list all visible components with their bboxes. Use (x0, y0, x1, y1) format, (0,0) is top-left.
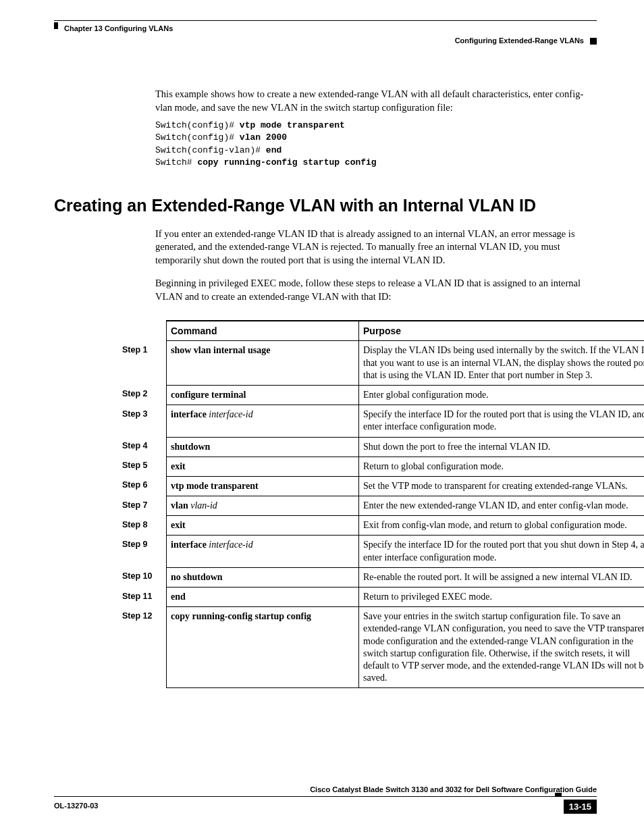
command-cell: exit (167, 516, 359, 536)
table-row: Step 9interface interface-idSpecify the … (118, 536, 644, 567)
steps-table: Command Purpose Step 1show vlan internal… (118, 320, 644, 688)
table-row: Step 11endReturn to privileged EXEC mode… (118, 588, 644, 607)
purpose-cell: Return to global configuration mode. (359, 457, 645, 476)
purpose-cell: Display the VLAN IDs being used internal… (359, 341, 645, 386)
footer-doc-number: OL-13270-03 (54, 802, 98, 810)
footer-guide-title: Cisco Catalyst Blade Switch 3130 and 303… (310, 785, 597, 793)
purpose-cell: Enter global configuration mode. (359, 385, 645, 405)
document-page: Chapter 13 Configuring VLANs Configuring… (0, 0, 644, 834)
purpose-cell: Exit from config-vlan mode, and return t… (359, 516, 645, 536)
purpose-cell: Save your entries in the switch startup … (359, 607, 645, 688)
step-label: Step 4 (118, 437, 167, 457)
code-cmd: end (266, 145, 281, 155)
command-cell: no shutdown (167, 567, 359, 587)
table-row: Step 5exitReturn to global configuration… (118, 457, 644, 476)
step-label: Step 11 (118, 588, 167, 607)
command-cell: vlan vlan-id (167, 496, 359, 516)
command-cell: interface interface-id (167, 405, 359, 437)
command-cell: show vlan internal usage (167, 341, 359, 386)
table-row: Step 1show vlan internal usageDisplay th… (118, 341, 644, 386)
footer-rule (54, 796, 597, 797)
purpose-cell: Set the VTP mode to transparent for crea… (359, 476, 645, 496)
header-rule (54, 20, 597, 21)
command-italic: interface-id (207, 540, 253, 550)
section-paragraph-2: Beginning in privileged EXEC mode, follo… (155, 277, 597, 303)
header-section: Configuring Extended-Range VLANs (455, 36, 597, 45)
command-bold: copy running-config startup config (171, 611, 311, 621)
command-cell: copy running-config startup config (167, 607, 359, 688)
section-paragraph-1: If you enter an extended-range VLAN ID t… (155, 228, 597, 267)
code-prompt: Switch(config-vlan)# (155, 145, 266, 155)
step-label: Step 3 (118, 405, 167, 437)
table-row: Step 12copy running-config startup confi… (118, 607, 644, 688)
table-row: Step 7vlan vlan-idEnter the new extended… (118, 496, 644, 516)
purpose-cell: Specify the interface ID for the routed … (359, 405, 645, 437)
table-row: Step 2configure terminalEnter global con… (118, 385, 644, 405)
command-bold: exit (171, 461, 186, 471)
header-section-marker (590, 38, 597, 45)
command-cell: interface interface-id (167, 536, 359, 567)
step-label: Step 8 (118, 516, 167, 536)
command-bold: no shutdown (171, 572, 223, 582)
intro-paragraph: This example shows how to create a new e… (155, 88, 597, 114)
command-italic: interface-id (207, 409, 253, 419)
code-prompt: Switch(config)# (155, 132, 240, 142)
step-label: Step 6 (118, 476, 167, 496)
command-cell: shutdown (167, 437, 359, 457)
header-marker (54, 22, 58, 29)
table-row: Step 6vtp mode transparentSet the VTP mo… (118, 476, 644, 496)
table-header-row: Command Purpose (118, 321, 644, 341)
table-row: Step 4shutdownShut down the port to free… (118, 437, 644, 457)
command-bold: shutdown (171, 442, 210, 452)
purpose-cell: Return to privileged EXEC mode. (359, 588, 645, 607)
code-prompt: Switch(config)# (155, 120, 240, 130)
step-label: Step 12 (118, 607, 167, 688)
code-cmd: vtp mode transparent (240, 120, 345, 130)
table-row: Step 3interface interface-idSpecify the … (118, 405, 644, 437)
command-bold: vlan (171, 500, 188, 511)
command-cell: vtp mode transparent (167, 476, 359, 496)
purpose-cell: Enter the new extended-range VLAN ID, an… (359, 496, 645, 516)
step-label: Step 7 (118, 496, 167, 516)
command-bold: vtp mode transparent (171, 481, 259, 491)
command-bold: end (171, 592, 186, 602)
purpose-cell: Shut down the port to free the internal … (359, 437, 645, 457)
purpose-cell: Specify the interface ID for the routed … (359, 536, 645, 567)
table-row: Step 8exitExit from config-vlan mode, an… (118, 516, 644, 536)
command-bold: interface (171, 540, 207, 550)
table-row: Step 10no shutdownRe-enable the routed p… (118, 567, 644, 587)
command-cell: exit (167, 457, 359, 476)
header-step (118, 321, 167, 341)
code-example: Switch(config)# vtp mode transparent Swi… (155, 120, 597, 169)
command-bold: show vlan internal usage (171, 345, 270, 355)
code-cmd: vlan 2000 (240, 132, 287, 142)
step-label: Step 10 (118, 567, 167, 587)
step-label: Step 5 (118, 457, 167, 476)
section-heading: Creating an Extended-Range VLAN with an … (54, 196, 597, 215)
step-label: Step 1 (118, 341, 167, 386)
command-bold: interface (171, 409, 207, 419)
command-italic: vlan-id (188, 500, 217, 511)
step-label: Step 2 (118, 385, 167, 405)
code-prompt: Switch# (155, 157, 197, 167)
page-number: 13-15 (564, 800, 597, 814)
header-chapter: Chapter 13 Configuring VLANs (64, 24, 173, 32)
command-bold: exit (171, 520, 186, 530)
command-bold: configure terminal (171, 390, 246, 400)
purpose-cell: Re-enable the routed port. It will be as… (359, 567, 645, 587)
command-cell: end (167, 588, 359, 607)
header-section-text: Configuring Extended-Range VLANs (455, 36, 584, 45)
step-label: Step 9 (118, 536, 167, 567)
header-purpose: Purpose (359, 321, 645, 341)
command-cell: configure terminal (167, 385, 359, 405)
code-cmd: copy running-config startup config (197, 157, 376, 167)
content-body: This example shows how to create a new e… (155, 88, 597, 688)
header-command: Command (167, 321, 359, 341)
